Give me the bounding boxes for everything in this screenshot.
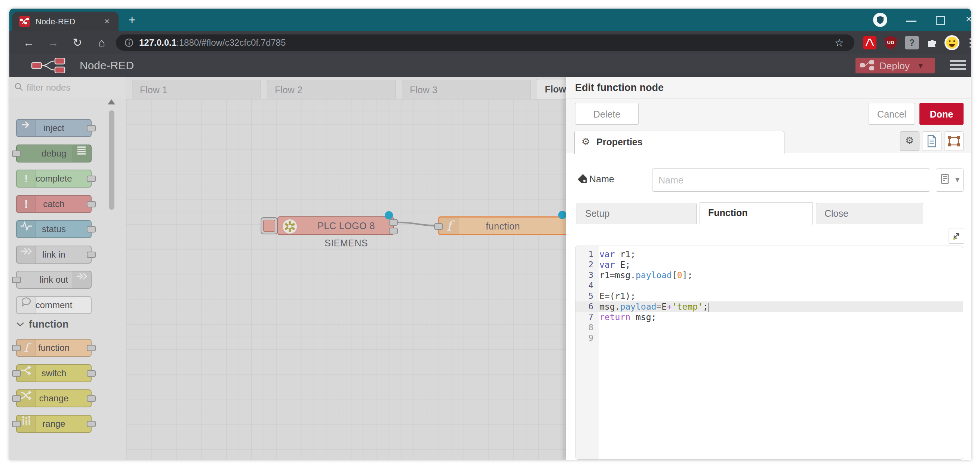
label-style-button[interactable]: ▾ — [936, 168, 964, 192]
plc-output-port-2[interactable] — [389, 228, 398, 234]
new-tab-button[interactable]: + — [124, 12, 140, 27]
palette-scroll-up-icon[interactable] — [108, 99, 115, 104]
node-red-header: Node-RED Deploy ▾ — [10, 54, 971, 77]
help-extension-icon[interactable]: ? — [905, 36, 919, 50]
palette-node-debug[interactable]: debug — [16, 145, 92, 163]
delete-button[interactable]: Delete — [575, 103, 639, 125]
deploy-icon — [860, 60, 876, 73]
code-editor[interactable]: 1var r1;2var E;3r1=msg.payload[0];45E=(r… — [575, 246, 963, 460]
site-info-icon[interactable] — [124, 38, 134, 49]
code-lines: 1var r1;2var E;3r1=msg.payload[0];45E=(r… — [576, 249, 963, 343]
node-output-port[interactable] — [87, 345, 96, 351]
bookmark-star-icon[interactable]: ☆ — [835, 37, 844, 49]
appearance-icon-button[interactable] — [944, 131, 964, 151]
expand-editor-button[interactable] — [948, 228, 964, 244]
browser-menu-icon[interactable]: ⋮ — [963, 35, 971, 51]
palette-node-link-in[interactable]: link in — [16, 246, 92, 264]
palette-node-status[interactable]: status — [16, 220, 92, 238]
palette-node-change[interactable]: change — [16, 390, 92, 407]
palette-node-switch[interactable]: switch — [16, 364, 92, 382]
node-input-port[interactable] — [12, 277, 21, 283]
window-close-button[interactable]: × — [961, 13, 971, 25]
node-input-port[interactable] — [12, 345, 21, 351]
url-host: 127.0.0.1 — [139, 37, 177, 48]
palette-scrollbar[interactable] — [109, 110, 115, 210]
node-palette: injectdebug!complete!catchstatuslink inl… — [10, 77, 127, 460]
done-button[interactable]: Done — [920, 103, 964, 125]
node-input-port[interactable] — [12, 421, 21, 427]
reload-icon[interactable]: ↻ — [69, 35, 86, 51]
deploy-caret-icon[interactable]: ▾ — [918, 60, 923, 71]
description-icon-button[interactable] — [922, 131, 942, 151]
palette-node-catch[interactable]: !catch — [16, 195, 92, 213]
tab-function[interactable]: Function — [700, 202, 813, 225]
palette-node-range[interactable]: range — [16, 415, 92, 433]
browser-tab[interactable]: Node-RED × — [12, 11, 119, 31]
screenshot-root: Node-RED × + × ← → ↻ ⌂ 127.0.0.1:1880/#f… — [0, 0, 980, 468]
node-input-port[interactable] — [12, 395, 21, 402]
palette-node-label: complete — [17, 170, 91, 187]
window-restore-button[interactable] — [936, 16, 945, 25]
flow-canvas[interactable]: PLC LOGO 8 SIEMENS f function — [126, 99, 566, 460]
node-input-port[interactable] — [12, 370, 21, 377]
palette-node-label: comment — [17, 297, 91, 313]
line-number: 8 — [576, 323, 593, 333]
url-path: :1880/#flow/c32cfc0f.7d785 — [177, 37, 286, 48]
plc-node-action-button[interactable] — [261, 217, 278, 234]
code-line-9: 9 — [576, 333, 963, 343]
flow-tab-3[interactable]: Flow 3 — [402, 80, 531, 99]
main-menu-icon[interactable] — [950, 60, 966, 72]
node-output-port[interactable] — [87, 201, 96, 208]
ublock-extension-icon[interactable]: UD — [883, 35, 897, 49]
adobe-extension-icon[interactable] — [863, 36, 877, 50]
deploy-button[interactable]: Deploy ▾ — [856, 58, 935, 73]
edit-panel: Edit function node Delete Cancel Done ⚙ … — [566, 77, 971, 460]
node-output-port[interactable] — [87, 395, 96, 402]
profile-avatar[interactable] — [944, 35, 960, 52]
home-icon[interactable]: ⌂ — [94, 35, 110, 51]
code-line-6: 6msg.payload=E+'temp'; — [576, 301, 963, 312]
canvas-node-function[interactable]: f function — [438, 216, 566, 235]
node-output-port[interactable] — [87, 252, 96, 258]
flow-tab-1[interactable]: Flow 1 — [132, 80, 261, 99]
cancel-button[interactable]: Cancel — [869, 103, 915, 125]
tab-properties[interactable]: ⚙ Properties — [574, 131, 784, 154]
browser-shield-icon[interactable] — [873, 13, 887, 27]
flow-tab-4[interactable]: Flow 4 — [537, 79, 566, 99]
properties-icon-button[interactable]: ⚙ — [900, 131, 920, 151]
tab-setup[interactable]: Setup — [577, 203, 697, 224]
tab-close[interactable]: Close — [816, 203, 923, 224]
palette-node-link-out[interactable]: link out — [16, 271, 92, 289]
palette-node-comment[interactable]: comment — [16, 296, 92, 314]
palette-node-inject[interactable]: inject — [16, 119, 92, 137]
function-node-label: function — [466, 217, 540, 235]
palette-node-complete[interactable]: !complete — [16, 169, 92, 188]
node-output-port[interactable] — [87, 226, 96, 233]
function-input-port[interactable] — [434, 223, 443, 230]
url-text[interactable]: 127.0.0.1:1880/#flow/c32cfc0f.7d785 — [139, 37, 286, 48]
line-number: 4 — [576, 280, 593, 291]
extensions-puzzle-icon[interactable] — [926, 36, 939, 51]
palette-node-label: debug — [17, 145, 91, 162]
forward-icon[interactable]: → — [45, 35, 61, 51]
flow-tab-2[interactable]: Flow 2 — [267, 80, 396, 99]
palette-section-function[interactable]: function — [10, 316, 126, 333]
name-input[interactable] — [652, 168, 930, 192]
node-output-port[interactable] — [87, 176, 96, 182]
edit-panel-title: Edit function node — [575, 82, 664, 94]
palette-node-function[interactable]: ffunction — [16, 339, 92, 357]
node-input-port[interactable] — [12, 150, 21, 157]
palette-node-label: status — [17, 221, 91, 237]
window-minimize-button[interactable] — [906, 21, 916, 22]
node-output-port[interactable] — [87, 370, 96, 377]
node-output-port[interactable] — [87, 421, 96, 427]
plc-output-port-1[interactable] — [389, 219, 398, 226]
tab-close-icon[interactable]: × — [104, 16, 110, 27]
line-number: 1 — [576, 249, 593, 259]
canvas-node-plc[interactable]: PLC LOGO 8 SIEMENS — [277, 216, 394, 235]
back-icon[interactable]: ← — [21, 35, 37, 51]
node-output-port[interactable] — [87, 125, 96, 131]
wire[interactable] — [126, 99, 566, 460]
address-bar[interactable]: 127.0.0.1:1880/#flow/c32cfc0f.7d785 ☆ — [116, 34, 854, 51]
chevron-down-icon — [17, 323, 24, 326]
